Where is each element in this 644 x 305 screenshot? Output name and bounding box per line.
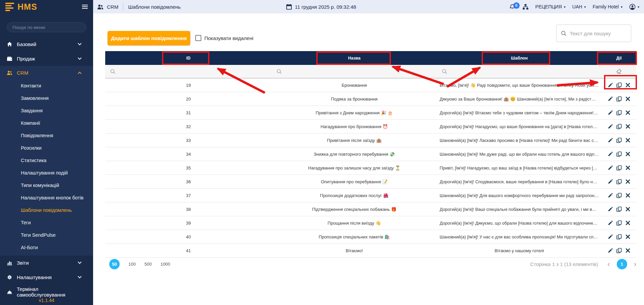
copy-icon[interactable] xyxy=(616,234,622,239)
edit-icon[interactable] xyxy=(608,220,613,226)
breadcrumb-module[interactable]: CRM xyxy=(107,4,118,10)
sidebar-subitem[interactable]: AI-Боти xyxy=(0,241,93,254)
sidebar-subitem[interactable]: Теги SendPulse xyxy=(0,229,93,241)
delete-icon[interactable] xyxy=(625,165,631,170)
edit-icon[interactable] xyxy=(608,193,613,198)
sidebar-subitem[interactable]: Повідомлення xyxy=(0,129,93,142)
edit-icon[interactable] xyxy=(608,179,613,184)
table-row[interactable]: 37 Пропозиція додаткових послуг 🌺 Шановн… xyxy=(105,189,636,202)
delete-icon[interactable] xyxy=(625,248,631,253)
table-row[interactable]: 32 Нагадування про бронювання ⏰ Дорогий(… xyxy=(105,120,636,134)
sidebar-subitem[interactable]: Замовлення xyxy=(0,92,93,104)
table-row[interactable]: 40 Пропозиція спеціальних пакетів 🛍️ Шан… xyxy=(105,230,636,244)
table-row[interactable]: 41 Вітаємо! Вітаємо у нашому готелі xyxy=(105,244,636,258)
table-search-input[interactable] xyxy=(570,31,623,36)
edit-icon[interactable] xyxy=(608,165,613,170)
sidebar-item[interactable]: Термінал самообслуговування xyxy=(0,284,93,299)
copy-icon[interactable] xyxy=(616,138,622,143)
page-size-option[interactable]: 50 xyxy=(109,259,120,269)
table-row[interactable]: 34 Знижка для повторного перебування 💸 Ш… xyxy=(105,147,636,161)
edit-icon[interactable] xyxy=(608,206,613,212)
sidebar-subitem[interactable]: Шаблони повідомлень xyxy=(0,204,93,216)
edit-icon[interactable] xyxy=(608,138,613,143)
sidebar-subitem[interactable]: Компанії xyxy=(0,117,93,129)
column-header[interactable]: ID xyxy=(105,51,272,65)
edit-icon[interactable] xyxy=(608,110,613,115)
sidebar-subitem[interactable]: Налаштування подій xyxy=(0,166,93,179)
edit-icon[interactable] xyxy=(608,96,613,102)
sidebar-item-crm[interactable]: CRM xyxy=(0,66,93,79)
current-page-button[interactable]: 1 xyxy=(617,259,627,269)
delete-icon[interactable] xyxy=(625,138,631,143)
table-row[interactable]: 20 Подяка за бронювання Дякуємо за Ваше … xyxy=(105,92,636,106)
add-template-button[interactable]: Додати шаблон повідомлення xyxy=(108,31,190,45)
sidebar-subitem[interactable]: Завдання xyxy=(0,104,93,117)
copy-icon[interactable] xyxy=(616,248,622,253)
edit-icon[interactable] xyxy=(608,234,613,239)
delete-icon[interactable] xyxy=(625,110,631,115)
sidebar-subitem[interactable]: Контакти xyxy=(0,79,93,92)
column-header[interactable]: Дії xyxy=(602,51,636,65)
sidebar-subitem[interactable]: Теги xyxy=(0,216,93,229)
sidebar-item[interactable]: Налаштування xyxy=(0,270,93,284)
id-filter[interactable] xyxy=(105,65,272,78)
sidebar-item[interactable]: Продаж xyxy=(0,51,93,66)
delete-icon[interactable] xyxy=(625,96,631,102)
topbar-menu[interactable]: Family Hotel ▾ xyxy=(593,4,622,9)
sidebar-subitem[interactable]: Розсилки xyxy=(0,142,93,154)
show-deleted-checkbox[interactable] xyxy=(195,35,201,41)
sidebar-subitem[interactable]: Статистика xyxy=(0,154,93,166)
sidebar-subitem[interactable]: Типи комунікацій xyxy=(0,179,93,191)
delete-icon[interactable] xyxy=(625,124,631,129)
edit-icon[interactable] xyxy=(608,151,613,157)
template-filter[interactable] xyxy=(437,65,602,78)
next-page-icon[interactable]: › xyxy=(634,261,636,268)
topbar-menu[interactable]: UAH ▾ xyxy=(572,4,586,9)
collapse-menu-icon[interactable] xyxy=(82,5,88,9)
sidebar-item[interactable]: Звіти xyxy=(0,256,93,270)
table-row[interactable]: 35 Нагадування про залишок часу для заїз… xyxy=(105,161,636,175)
copy-icon[interactable] xyxy=(616,82,622,88)
delete-icon[interactable] xyxy=(625,151,631,157)
edit-icon[interactable] xyxy=(608,248,613,253)
page-size-option[interactable]: 100 xyxy=(128,262,136,267)
copy-icon[interactable] xyxy=(616,165,622,170)
table-row[interactable]: 19 Бронювання Вітаємо, [Ім'я]! 👋 Раді по… xyxy=(105,78,636,92)
copy-icon[interactable] xyxy=(616,206,622,212)
user-menu[interactable]: ▾ xyxy=(629,4,639,10)
column-header[interactable]: Назва xyxy=(272,51,437,65)
copy-icon[interactable] xyxy=(616,96,622,102)
page-size-option[interactable]: 1000 xyxy=(160,262,170,267)
menu-search-input[interactable] xyxy=(7,22,86,32)
copy-icon[interactable] xyxy=(616,124,622,129)
table-row[interactable]: 31 Привітання з Днем народження 🎉 🎂 Доро… xyxy=(105,106,636,120)
table-row[interactable]: 36 Опитування про перебування 📝 Дорогий(… xyxy=(105,175,636,189)
edit-icon[interactable] xyxy=(608,124,613,129)
topbar-menu[interactable]: РЕЦЕПЦИЯ ▾ xyxy=(535,4,566,9)
notifications-button[interactable]: 0 xyxy=(509,4,516,10)
column-header[interactable]: Шаблон xyxy=(437,51,602,65)
delete-icon[interactable] xyxy=(625,193,631,198)
copy-icon[interactable] xyxy=(616,220,622,226)
prev-page-icon[interactable]: ‹ xyxy=(607,261,610,268)
delete-icon[interactable] xyxy=(625,82,631,88)
copy-icon[interactable] xyxy=(616,110,622,115)
table-row[interactable]: 38 Підтвердження спеціальних побажань 🎁 … xyxy=(105,202,636,216)
page-size-option[interactable]: 500 xyxy=(145,262,152,267)
delete-icon[interactable] xyxy=(625,220,631,226)
delete-icon[interactable] xyxy=(625,179,631,184)
copy-icon[interactable] xyxy=(616,193,622,198)
sitemap-icon[interactable] xyxy=(522,4,529,10)
delete-icon[interactable] xyxy=(625,234,631,239)
edit-icon[interactable] xyxy=(608,82,613,88)
clear-filters[interactable] xyxy=(602,65,636,78)
copy-icon[interactable] xyxy=(616,151,622,157)
sidebar-subitem[interactable]: Налаштування кнопок ботів xyxy=(0,191,93,204)
name-filter[interactable] xyxy=(272,65,437,78)
sidebar-item[interactable]: Базовий xyxy=(0,37,93,51)
table-row[interactable]: 39 Прощання після виїзду 👋 Дорогий(а) [І… xyxy=(105,216,636,230)
copy-icon[interactable] xyxy=(616,179,622,184)
show-deleted-label: Показувати видалені xyxy=(204,35,253,41)
delete-icon[interactable] xyxy=(625,206,631,212)
table-row[interactable]: 33 Привітання після заїзду 🏨 Шановний(а)… xyxy=(105,134,636,147)
